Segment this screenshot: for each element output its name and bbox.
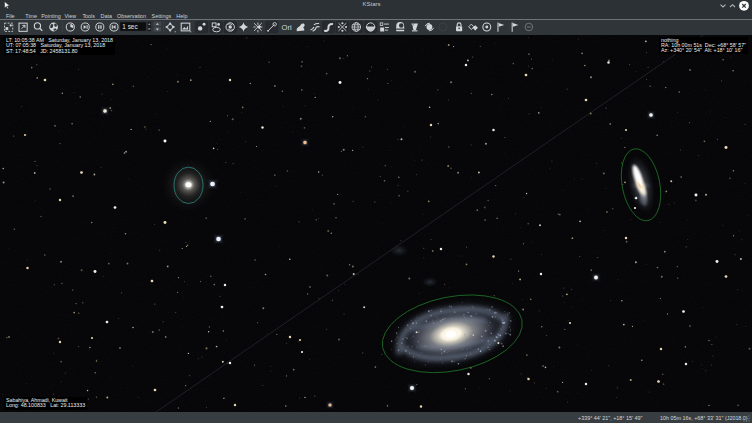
svg-text:Ori: Ori <box>282 23 292 32</box>
svg-text:1 sec: 1 sec <box>122 23 138 30</box>
